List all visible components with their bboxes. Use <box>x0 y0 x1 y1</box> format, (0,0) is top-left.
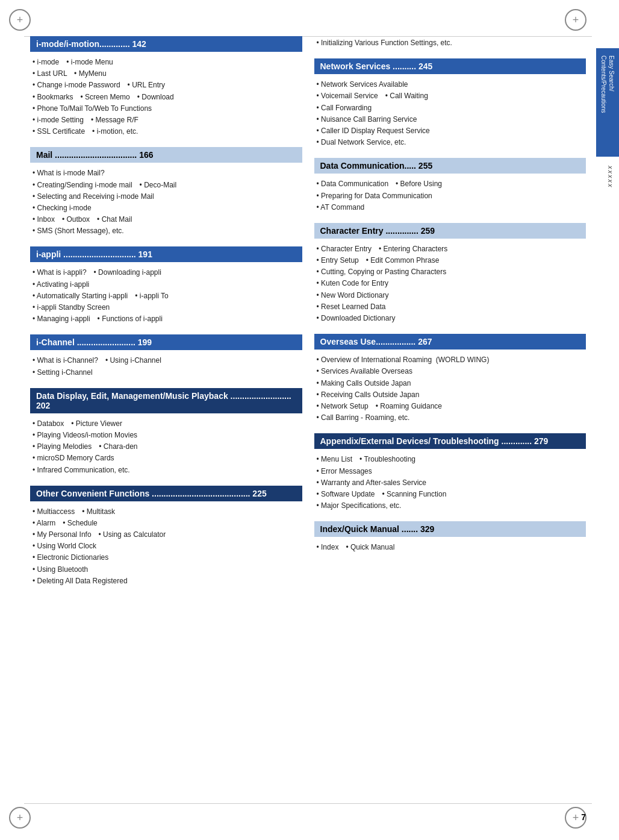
section-item: • Multiaccess • Multitask <box>33 506 302 518</box>
section-datacomm: Data Communication..... 255• Data Commun… <box>314 158 586 215</box>
section-item: • Reset Learned Data <box>317 301 586 313</box>
page: Easy Search/ Contents/Precautions xxxxx … <box>0 0 619 840</box>
section-item: • Electronic Dictionaries <box>33 552 302 563</box>
section-header-otherconvenient: Other Convenient Functions .............… <box>30 486 302 501</box>
corner-decoration-tr <box>565 9 589 33</box>
section-header-imode: i-mode/i-motion............. 142 <box>30 36 302 52</box>
section-items-iappli: • What is i-appli? • Downloading i-appli… <box>30 266 302 326</box>
section-item: • Voicemail Service • Call Waiting <box>317 90 586 102</box>
section-item: • Call Barring - Roaming, etc. <box>317 412 586 424</box>
section-item: • Warranty and After-sales Service <box>317 477 586 489</box>
section-item: • Kuten Code for Entry <box>317 278 586 289</box>
section-item: • Overview of International Roaming (WOR… <box>317 354 586 366</box>
section-item: • Last URL • MyMenu <box>33 68 302 80</box>
section-header-appendix: Appendix/External Devices/ Troubleshooti… <box>314 433 586 449</box>
section-item: • i-mode Setting • Message R/F <box>33 114 302 126</box>
section-item: • Making Calls Outside Japan <box>317 378 586 389</box>
bottom-line <box>24 803 592 804</box>
section-item: • Major Specifications, etc. <box>317 500 586 512</box>
section-item: • SSL Certificate • i-motion, etc. <box>33 126 302 137</box>
corner-circle-tl <box>9 9 31 31</box>
section-item: • Dual Network Service, etc. <box>317 137 586 148</box>
section-item: • Caller ID Display Request Service <box>317 125 586 137</box>
right-column: • Initializing Various Function Settings… <box>314 36 586 597</box>
section-items-imode: • i-mode • i-mode Menu• Last URL • MyMen… <box>30 55 302 139</box>
section-items-ichannel: • What is i-Channel? • Using i-Channel• … <box>30 354 302 379</box>
section-item: • Playing Melodies • Chara-den <box>33 441 302 453</box>
section-ichannel: i-Channel ......................... 199•… <box>30 334 302 379</box>
section-item: • microSD Memory Cards <box>33 453 302 464</box>
section-index: Index/Quick Manual ....... 329• Index • … <box>314 521 586 554</box>
section-item: • My Personal Info • Using as Calculator <box>33 529 302 541</box>
section-item: • Cutting, Copying or Pasting Characters <box>317 266 586 278</box>
section-item: • Downloaded Dictionary <box>317 313 586 324</box>
section-item: • Receiving Calls Outside Japan <box>317 389 586 401</box>
section-items-datadisplay: • Databox • Picture Viewer• Playing Vide… <box>30 417 302 477</box>
corner-circle-tr <box>565 9 586 31</box>
section-item: • Using Bluetooth <box>33 564 302 575</box>
section-item: • Error Messages <box>317 466 586 477</box>
section-items-charentry: • Character Entry • Entering Characters•… <box>314 242 586 325</box>
section-item: • Selecting and Receiving i-mode Mail <box>33 191 302 202</box>
section-header-datacomm: Data Communication..... 255 <box>314 158 586 174</box>
section-item: • Network Services Available <box>317 79 586 90</box>
section-item: • What is i-appli? • Downloading i-appli <box>33 267 302 278</box>
section-item: • SMS (Short Message), etc. <box>33 225 302 237</box>
section-overseasuse: Overseas Use................. 267• Overv… <box>314 334 586 425</box>
section-items-datacomm: • Data Communication • Before Using• Pre… <box>314 177 586 215</box>
section-header-index: Index/Quick Manual ....... 329 <box>314 521 586 537</box>
xxxxx-label: xxxxx <box>607 166 614 189</box>
section-items-networkservices: • Network Services Available• Voicemail … <box>314 78 586 149</box>
section-item: • Character Entry • Entering Characters <box>317 243 586 255</box>
section-item: • Inbox • Outbox • Chat Mail <box>33 214 302 225</box>
side-tab-text: Easy Search/ Contents/Precautions <box>600 55 615 149</box>
section-item: • Network Setup • Roaming Guidance <box>317 401 586 412</box>
section-items-appendix: • Menu List • Troubleshooting• Error Mes… <box>314 453 586 513</box>
section-items-overseasuse: • Overview of International Roaming (WOR… <box>314 353 586 425</box>
left-column: i-mode/i-motion............. 142• i-mode… <box>30 36 302 597</box>
section-item: • Setting i-Channel <box>33 367 302 378</box>
section-item: • i-mode • i-mode Menu <box>33 57 302 68</box>
section-item: • Alarm • Schedule <box>33 518 302 529</box>
section-item: • i-appli Standby Screen <box>33 302 302 313</box>
section-item: • Deleting All Data Registered <box>33 575 302 587</box>
section-header-ichannel: i-Channel ......................... 199 <box>30 334 302 350</box>
section-items-mail: • What is i-mode Mail?• Creating/Sending… <box>30 166 302 238</box>
section-item: • Entry Setup • Edit Common Phrase <box>317 255 586 266</box>
section-datadisplay: Data Display, Edit, Management/Music Pla… <box>30 388 302 477</box>
section-imode: i-mode/i-motion............. 142• i-mode… <box>30 36 302 139</box>
section-item: • Activating i-appli <box>33 279 302 290</box>
section-item: • Change i-mode Password • URL Entry <box>33 80 302 91</box>
section-appendix: Appendix/External Devices/ Troubleshooti… <box>314 433 586 513</box>
section-item: • Nuisance Call Barring Service <box>317 114 586 125</box>
section-item: • Preparing for Data Communication <box>317 190 586 202</box>
section-header-networkservices: Network Services .......... 245 <box>314 58 586 74</box>
main-content: i-mode/i-motion............. 142• i-mode… <box>30 36 586 597</box>
section-item: • Phone To/Mail To/Web To Functions <box>33 103 302 114</box>
corner-circle-bl <box>9 807 31 829</box>
section-item: • Databox • Picture Viewer <box>33 418 302 430</box>
section-items-index: • Index • Quick Manual <box>314 541 586 554</box>
section-header-charentry: Character Entry .............. 259 <box>314 223 586 239</box>
section-header-mail: Mail ...................................… <box>30 147 302 163</box>
section-item: • Managing i-appli • Functions of i-appl… <box>33 313 302 325</box>
section-item: • What is i-mode Mail? <box>33 168 302 179</box>
section-header-iappli: i-appli ............................... … <box>30 246 302 262</box>
section-mail: Mail ...................................… <box>30 147 302 238</box>
section-item: • Menu List • Troubleshooting <box>317 454 586 465</box>
section-item: • Automatically Starting i-appli • i-app… <box>33 290 302 302</box>
section-header-datadisplay: Data Display, Edit, Management/Music Pla… <box>30 388 302 413</box>
section-item: • Bookmarks • Screen Memo • Download <box>33 92 302 103</box>
section-items-otherconvenient: • Multiaccess • Multitask• Alarm • Sched… <box>30 505 302 588</box>
section-otherconvenient: Other Convenient Functions .............… <box>30 486 302 588</box>
section-networkservices: Network Services .......... 245• Network… <box>314 58 586 149</box>
section-item: • AT Command <box>317 202 586 213</box>
corner-decoration-tl <box>9 9 33 33</box>
section-item: • Index • Quick Manual <box>317 542 586 553</box>
section-charentry: Character Entry .............. 259• Char… <box>314 223 586 325</box>
side-tab: Easy Search/ Contents/Precautions <box>596 48 619 157</box>
section-item: • Software Update • Scanning Function <box>317 489 586 500</box>
section-header-overseasuse: Overseas Use................. 267 <box>314 334 586 349</box>
section-item: • What is i-Channel? • Using i-Channel <box>33 355 302 366</box>
section-item: • Using World Clock <box>33 541 302 552</box>
